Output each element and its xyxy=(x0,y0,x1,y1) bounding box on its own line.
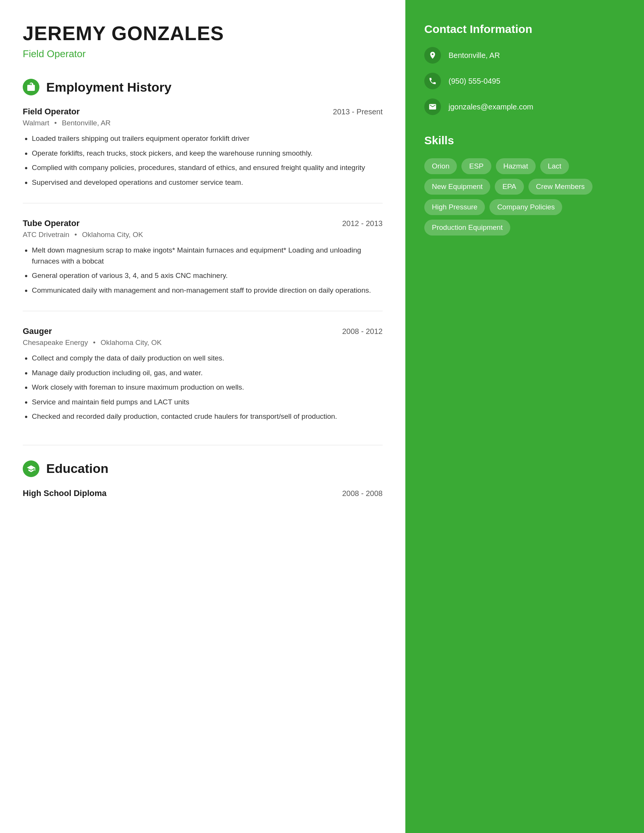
job-divider xyxy=(23,311,383,311)
job-title: Tube Operator xyxy=(23,219,80,228)
skill-tag: ESP xyxy=(461,158,491,174)
job-header: Gauger 2008 - 2012 xyxy=(23,326,383,336)
edu-degree: High School Diploma xyxy=(23,489,106,498)
skills-section-title: Skills xyxy=(424,134,625,147)
contact-item: (950) 555-0495 xyxy=(424,73,625,89)
job-title: Gauger xyxy=(23,326,52,336)
job-company: ATC Drivetrain • Oklahoma City, OK xyxy=(23,231,383,239)
job-bullet: Service and maintain field pumps and LAC… xyxy=(32,397,383,408)
contact-text: jgonzales@example.com xyxy=(449,101,533,112)
jobs-list: Field Operator 2013 - Present Walmart • … xyxy=(23,107,383,422)
job-header: Tube Operator 2012 - 2013 xyxy=(23,219,383,228)
job-bullet: Communicated daily with management and n… xyxy=(32,285,383,296)
job-bullets: Melt down magnesium scrap to make ingots… xyxy=(23,245,383,296)
contact-items: Bentonville, AR (950) 555-0495 jgonzales… xyxy=(424,47,625,115)
resume-header: JEREMY GONZALES Field Operator xyxy=(23,23,383,60)
skill-tag: New Equipment xyxy=(424,179,490,195)
job-bullet: Collect and comply the data of daily pro… xyxy=(32,353,383,364)
job-company: Walmart • Bentonville, AR xyxy=(23,119,383,127)
job-bullet: Complied with company policies, procedur… xyxy=(32,162,383,174)
skills-section: Skills OrionESPHazmatLactNew EquipmentEP… xyxy=(424,134,625,235)
employment-section-header: Employment History xyxy=(23,79,383,95)
job-dates: 2013 - Present xyxy=(333,108,383,116)
candidate-name: JEREMY GONZALES xyxy=(23,23,383,44)
location-icon xyxy=(424,47,441,64)
education-icon xyxy=(23,460,39,477)
education-section-header: Education xyxy=(23,460,383,477)
job-bullet: Work closely with foreman to insure maxi… xyxy=(32,382,383,393)
skill-tag: Company Policies xyxy=(489,199,562,215)
contact-section-title: Contact Information xyxy=(424,23,625,35)
skill-tag: Orion xyxy=(424,158,457,174)
education-entry: High School Diploma 2008 - 2008 xyxy=(23,489,383,498)
contact-text: (950) 555-0495 xyxy=(449,76,501,86)
job-entry: Tube Operator 2012 - 2013 ATC Drivetrain… xyxy=(23,219,383,296)
skill-tag: High Pressure xyxy=(424,199,485,215)
job-bullet: General operation of various 3, 4, and 5… xyxy=(32,270,383,281)
skill-tag: Production Equipment xyxy=(424,220,510,235)
job-entry: Field Operator 2013 - Present Walmart • … xyxy=(23,107,383,188)
job-bullets: Loaded trailers shipping out trailers eq… xyxy=(23,133,383,188)
education-title: Education xyxy=(46,461,108,476)
contact-text: Bentonville, AR xyxy=(449,50,500,61)
skill-tag: Crew Members xyxy=(528,179,592,195)
job-bullet: Checked and recorded daily production, c… xyxy=(32,411,383,422)
education-section: Education High School Diploma 2008 - 200… xyxy=(23,460,383,498)
skill-tag: Lact xyxy=(540,158,569,174)
job-bullet: Loaded trailers shipping out trailers eq… xyxy=(32,133,383,144)
employment-icon xyxy=(23,79,39,95)
email-icon xyxy=(424,98,441,115)
job-header: Field Operator 2013 - Present xyxy=(23,107,383,117)
edu-header: High School Diploma 2008 - 2008 xyxy=(23,489,383,498)
job-bullet: Operate forklifts, reach trucks, stock p… xyxy=(32,148,383,159)
job-bullet: Manage daily production including oil, g… xyxy=(32,368,383,379)
skill-tag: Hazmat xyxy=(496,158,536,174)
job-bullet: Supervised and developed operations and … xyxy=(32,177,383,188)
job-company: Chesapeake Energy • Oklahoma City, OK xyxy=(23,338,383,347)
job-bullets: Collect and comply the data of daily pro… xyxy=(23,353,383,422)
contact-item: Bentonville, AR xyxy=(424,47,625,64)
contact-item: jgonzales@example.com xyxy=(424,98,625,115)
job-title: Field Operator xyxy=(23,107,80,117)
section-divider xyxy=(23,445,383,445)
phone-icon xyxy=(424,73,441,89)
job-divider xyxy=(23,203,383,203)
employment-title: Employment History xyxy=(46,80,172,95)
employment-section: Employment History Field Operator 2013 -… xyxy=(23,79,383,422)
main-content: JEREMY GONZALES Field Operator Employmen… xyxy=(0,0,405,833)
education-list: High School Diploma 2008 - 2008 xyxy=(23,489,383,498)
edu-dates: 2008 - 2008 xyxy=(342,489,383,498)
skills-tags: OrionESPHazmatLactNew EquipmentEPACrew M… xyxy=(424,158,625,235)
contact-section: Contact Information Bentonville, AR (950… xyxy=(424,23,625,115)
job-dates: 2012 - 2013 xyxy=(342,219,383,228)
job-dates: 2008 - 2012 xyxy=(342,327,383,336)
job-entry: Gauger 2008 - 2012 Chesapeake Energy • O… xyxy=(23,326,383,422)
candidate-title: Field Operator xyxy=(23,48,383,60)
job-bullet: Melt down magnesium scrap to make ingots… xyxy=(32,245,383,267)
sidebar: Contact Information Bentonville, AR (950… xyxy=(405,0,644,833)
skill-tag: EPA xyxy=(495,179,524,195)
